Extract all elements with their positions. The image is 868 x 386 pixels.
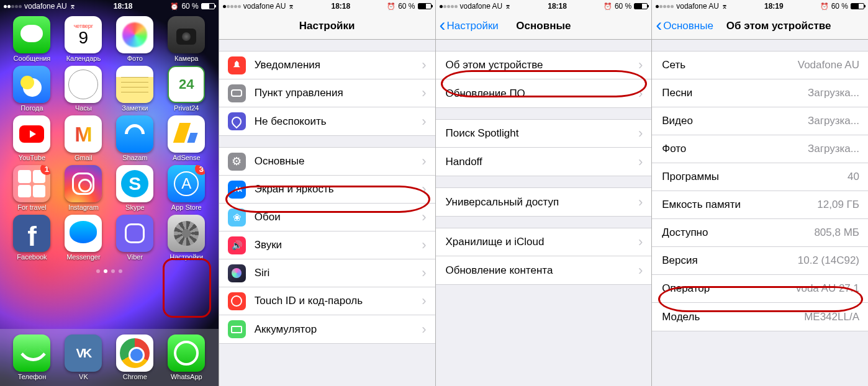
- alarm-icon: ⏰: [820, 2, 829, 11]
- app-weather[interactable]: Погода: [6, 66, 58, 112]
- app-label: Messenger: [58, 253, 109, 261]
- chevron-right-icon: ›: [422, 237, 426, 253]
- app-clock[interactable]: Часы: [58, 66, 109, 112]
- app-label: Настройки: [161, 253, 212, 261]
- app-folder-fortravel[interactable]: 1For travel: [6, 165, 58, 211]
- clock-label: 18:18: [511, 2, 604, 11]
- nav-bar: Настройки: [219, 12, 435, 40]
- row-label: Не беспокоить: [255, 115, 418, 128]
- app-camera[interactable]: Камера: [161, 16, 212, 62]
- gear-icon: [228, 153, 246, 171]
- dock-chrome[interactable]: Chrome: [116, 334, 153, 380]
- back-button[interactable]: Настройки: [436, 17, 499, 35]
- row-label: Экран и яркость: [255, 183, 418, 195]
- row-sounds[interactable]: Звуки›: [219, 231, 435, 259]
- folder-icon: 1: [13, 165, 50, 202]
- row-spotlight[interactable]: Поиск Spotlight›: [436, 120, 652, 148]
- app-notes[interactable]: Заметки: [109, 66, 161, 112]
- app-messages[interactable]: Сообщения: [6, 16, 58, 62]
- app-instagram[interactable]: Instagram: [58, 165, 109, 211]
- chevron-right-icon: ›: [422, 265, 426, 281]
- app-facebook[interactable]: Facebook: [6, 215, 58, 261]
- app-privat24[interactable]: Privat24: [161, 66, 212, 112]
- calendar-icon: четверг9: [65, 16, 102, 53]
- chevron-right-icon: ›: [422, 181, 426, 197]
- signal-icon: [656, 5, 674, 8]
- wifi-icon: ⌆: [70, 2, 76, 11]
- fingerprint-icon: [228, 292, 246, 310]
- status-bar: vodafone AU ⌆ 18:18 ⏰ 60 %: [0, 0, 219, 12]
- photos-icon: [116, 16, 153, 53]
- row-wallpaper[interactable]: Обои›: [219, 204, 435, 231]
- app-label: Заметки: [109, 104, 161, 112]
- alarm-icon: ⏰: [387, 2, 396, 11]
- row-about[interactable]: Об этом устройстве›: [436, 52, 652, 79]
- dock-whatsapp[interactable]: WhatsApp: [168, 334, 205, 380]
- app-youtube[interactable]: YouTube: [6, 115, 58, 161]
- nav-bar: Основные Об этом устройстве: [652, 12, 868, 40]
- row-storage[interactable]: Хранилище и iCloud›: [436, 228, 652, 256]
- row-accessibility[interactable]: Универсальный доступ›: [436, 188, 652, 216]
- app-messenger[interactable]: Messenger: [58, 215, 109, 261]
- clock-label: 18:18: [294, 2, 387, 11]
- back-button[interactable]: Основные: [652, 17, 713, 35]
- app-appstore[interactable]: 3App Store: [161, 165, 212, 211]
- dock-vk[interactable]: VK: [65, 334, 102, 380]
- row-label: Сеть: [662, 59, 797, 71]
- app-shazam[interactable]: Shazam: [109, 115, 161, 161]
- app-photos[interactable]: Фото: [109, 16, 161, 62]
- row-label: Поиск Spotlight: [446, 127, 635, 140]
- app-settings[interactable]: Настройки: [161, 215, 212, 261]
- app-label: Телефон: [13, 373, 50, 380]
- chevron-right-icon: ›: [422, 114, 426, 130]
- app-gmail[interactable]: Gmail: [58, 115, 109, 161]
- back-label: Настройки: [447, 20, 499, 32]
- row-control-center[interactable]: Пункт управления›: [219, 79, 435, 107]
- row-siri[interactable]: Siri›: [219, 259, 435, 287]
- app-label: Skype: [109, 204, 161, 211]
- dock-phone[interactable]: Телефон: [13, 334, 50, 380]
- row-label: Siri: [255, 267, 418, 279]
- app-calendar[interactable]: четверг9Календарь: [58, 16, 109, 62]
- row-battery[interactable]: Аккумулятор›: [219, 315, 435, 343]
- shazam-icon: [116, 115, 153, 153]
- row-software-update[interactable]: Обновление ПО›: [436, 79, 652, 107]
- status-bar: vodafone AU⌆ 18:19 ⏰60 %: [652, 0, 868, 12]
- app-label: Chrome: [116, 373, 153, 380]
- app-adsense[interactable]: AdSense: [161, 115, 212, 161]
- clock-icon: [65, 66, 102, 103]
- signal-icon: [440, 5, 458, 8]
- app-label: Privat24: [161, 104, 212, 112]
- text-size-icon: [228, 181, 246, 199]
- row-value: 10.2 (14C92): [798, 254, 859, 267]
- gmail-icon: [65, 115, 102, 153]
- row-display[interactable]: Экран и яркость›: [219, 176, 435, 204]
- chevron-right-icon: ›: [638, 125, 643, 141]
- app-skype[interactable]: Skype: [109, 165, 161, 211]
- app-viber[interactable]: Viber: [109, 215, 161, 261]
- alarm-icon: ⏰: [604, 2, 612, 11]
- row-label: Обои: [255, 211, 418, 223]
- row-touchid[interactable]: Touch ID и код-пароль›: [219, 287, 435, 315]
- app-label: Сообщения: [6, 55, 58, 62]
- row-network: СетьVodafone AU: [652, 52, 868, 79]
- appstore-icon: 3: [168, 165, 205, 202]
- row-handoff[interactable]: Handoff›: [436, 148, 652, 176]
- youtube-icon: [13, 115, 50, 153]
- privat24-icon: [168, 66, 205, 103]
- chevron-right-icon: ›: [638, 86, 643, 102]
- row-dnd[interactable]: Не беспокоить›: [219, 107, 435, 135]
- page-dots: [0, 264, 219, 276]
- app-label: Календарь: [58, 55, 109, 62]
- instagram-icon: [65, 165, 102, 202]
- status-bar: vodafone AU⌆ 18:18 ⏰60 %: [219, 0, 435, 12]
- app-label: Часы: [58, 104, 109, 112]
- row-general[interactable]: Основные›: [219, 148, 435, 176]
- row-label: Модель: [662, 311, 804, 323]
- row-refresh[interactable]: Обновление контента›: [436, 256, 652, 284]
- row-label: Фото: [662, 143, 808, 155]
- row-label: Версия: [662, 254, 798, 267]
- alarm-icon: ⏰: [170, 2, 179, 11]
- row-notifications[interactable]: Уведомления›: [219, 52, 435, 79]
- battery-icon: [418, 3, 432, 9]
